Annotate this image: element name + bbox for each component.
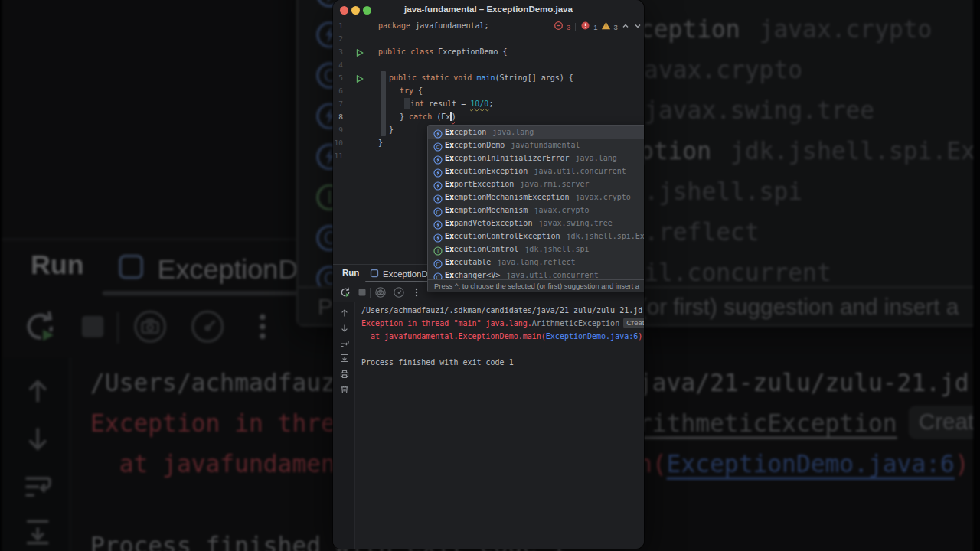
down-stack-button[interactable] xyxy=(339,323,350,334)
completion-item-label: ExceptionDemo xyxy=(445,139,505,152)
soft-wrap-button[interactable] xyxy=(339,338,350,349)
line-number[interactable]: 4 xyxy=(333,58,343,71)
error-icon xyxy=(580,20,590,34)
svg-text:C: C xyxy=(436,208,439,215)
completion-item-label: ExceptionInInitializerError xyxy=(445,152,570,165)
completion-item-package: jdk.jshell.spi xyxy=(524,243,589,256)
code-text: } catch (Ex) xyxy=(400,110,456,123)
line-number[interactable]: 3 xyxy=(333,45,343,58)
completion-item-package: java.lang xyxy=(492,126,534,139)
code-line-2[interactable]: 2 xyxy=(333,32,644,45)
bg-up-stack-button xyxy=(21,374,54,408)
line-number[interactable]: 7 xyxy=(333,97,343,110)
next-problem-chevron-icon[interactable] xyxy=(633,20,642,34)
console-line-jdk-path: /Users/achmadfauzi/.sdkman/candidates/ja… xyxy=(361,304,642,317)
line-number[interactable]: 1 xyxy=(333,19,343,32)
line-number[interactable]: 10 xyxy=(333,136,343,149)
exception-icon xyxy=(433,180,443,189)
warning-icon xyxy=(601,20,611,34)
profiler-gauge-button[interactable] xyxy=(392,286,406,300)
more-options-button[interactable] xyxy=(410,286,423,300)
rerun-button[interactable] xyxy=(338,286,352,300)
line-number[interactable]: 6 xyxy=(333,84,343,97)
inspections-widget[interactable]: 3 1 3 xyxy=(554,21,642,33)
line-number[interactable]: 8 xyxy=(333,110,343,123)
code-line-5[interactable]: 5public static void main(String[] args) … xyxy=(333,71,644,84)
code-line-8[interactable]: 8} catch (Ex) xyxy=(333,110,644,123)
run-tab[interactable]: ExceptionDe xyxy=(370,267,433,281)
completion-item-label: ExecutionControlException xyxy=(445,230,560,243)
exception-icon xyxy=(433,128,443,137)
run-panel: Run ExceptionDe /Users/achmadfauzi/.sdkm… xyxy=(333,264,644,549)
console-line-stacktrace: at javafundamental.ExceptionDemo.main(Ex… xyxy=(361,330,642,343)
run-line-icon[interactable] xyxy=(356,73,364,81)
code-line-4[interactable]: 4 xyxy=(333,58,644,71)
console-line-exception: Exception in thread "main" java.lang.Ari… xyxy=(361,317,644,330)
completion-item[interactable]: ExceptionInInitializerErrorjava.lang xyxy=(428,152,644,165)
clear-console-button[interactable] xyxy=(339,384,350,395)
completion-item-package: java.lang xyxy=(576,152,617,165)
bg-run-tab-label: ExceptionDe xyxy=(158,255,314,284)
code-line-6[interactable]: 6try { xyxy=(333,84,644,97)
completion-items: Exceptionjava.langCExceptionDemojavafund… xyxy=(428,126,644,279)
completion-item[interactable]: ExemptionMechanismExceptionjavax.crypto xyxy=(428,191,644,204)
completion-footer: Press ^. to choose the selected (or firs… xyxy=(428,279,644,292)
prev-problem-chevron-icon[interactable] xyxy=(621,20,630,34)
completion-item-package: java.util.concurrent xyxy=(506,269,598,279)
exception-icon xyxy=(433,219,443,228)
code-text: try { xyxy=(400,84,423,97)
line-number[interactable]: 2 xyxy=(333,32,343,45)
completion-item[interactable]: Exceptionjava.lang xyxy=(428,126,644,139)
exception-icon xyxy=(433,167,443,176)
profiler-camera-button[interactable] xyxy=(374,286,387,300)
line-number[interactable]: 5 xyxy=(333,71,343,84)
completion-item[interactable]: CExchanger<V>java.util.concurrent xyxy=(428,269,644,279)
code-text: } xyxy=(378,136,383,149)
bg-create-breakpoint-hint: Create breakpoint xyxy=(909,406,973,439)
completion-item[interactable]: CExceptionDemojavafundamental xyxy=(428,139,644,152)
completion-item-label: ExecutionException xyxy=(445,165,528,178)
code-text: int result = 10/0; xyxy=(410,97,493,110)
print-button[interactable] xyxy=(339,369,350,380)
completion-item-package: javafundamental xyxy=(511,139,580,152)
bg-toolbar-divider xyxy=(116,312,119,344)
code-text: public static void main(String[] args) { xyxy=(389,71,573,84)
line-number[interactable]: 9 xyxy=(333,123,343,136)
completion-item[interactable]: CExemptionMechanismjavax.crypto xyxy=(428,204,644,217)
bg-completion-item-package: javax.swing.tree xyxy=(644,90,874,130)
completion-item-package: javax.crypto xyxy=(576,191,631,204)
completion-item[interactable]: ExpandVetoExceptionjavax.swing.tree xyxy=(428,217,644,230)
bg-scroll-to-end-button xyxy=(21,516,54,549)
create-breakpoint-hint[interactable]: Create breakpoint xyxy=(623,318,644,328)
completion-item-label: Exchanger<V> xyxy=(445,269,500,279)
scroll-to-end-button[interactable] xyxy=(339,353,350,364)
svg-text:C: C xyxy=(436,260,439,267)
file-line-link[interactable]: ExceptionDemo.java:6 xyxy=(546,332,638,341)
exception-icon xyxy=(433,154,443,163)
stop-button[interactable] xyxy=(355,286,369,300)
completion-item-package: javax.swing.tree xyxy=(538,217,612,230)
completion-item[interactable]: ExecutionExceptionjava.util.concurrent xyxy=(428,165,644,178)
arithmetic-exception-link[interactable]: ArithmeticException xyxy=(532,319,619,328)
interface-icon: I xyxy=(433,245,443,254)
class-icon: C xyxy=(433,206,443,215)
completion-item-package: java.util.concurrent xyxy=(534,165,626,178)
ide-window: java-fundamental – ExceptionDemo.java 1p… xyxy=(333,0,644,549)
completion-item[interactable]: CExecutablejava.lang.reflect xyxy=(428,256,644,269)
line-number[interactable]: 11 xyxy=(333,149,343,162)
code-text: public class ExceptionDemo { xyxy=(378,45,508,58)
error-count: 1 xyxy=(593,23,597,31)
run-panel-title: Run xyxy=(342,268,359,277)
completion-item[interactable]: IExecutionControljdk.jshell.spi xyxy=(428,243,644,256)
muted-problems-icon xyxy=(554,20,564,34)
run-line-icon[interactable] xyxy=(356,47,364,55)
code-text: } xyxy=(389,123,394,136)
muted-count: 3 xyxy=(567,23,570,31)
bg-stop-button xyxy=(71,308,114,350)
completion-item[interactable]: ExecutionControlExceptionjdk.jshell.spi.… xyxy=(428,230,644,243)
code-line-3[interactable]: 3public class ExceptionDemo { xyxy=(333,45,644,58)
up-stack-button[interactable] xyxy=(339,308,350,318)
code-line-7[interactable]: 7int result = 10/0; xyxy=(333,97,644,110)
bg-completion-item-package: javax.crypto xyxy=(760,8,933,49)
completion-item[interactable]: ExportExceptionjava.rmi.server xyxy=(428,178,644,191)
